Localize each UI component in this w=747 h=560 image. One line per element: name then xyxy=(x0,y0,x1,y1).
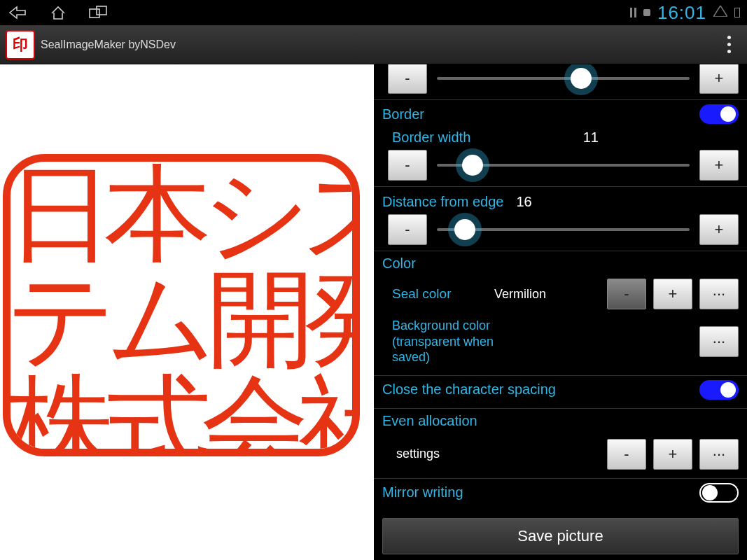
distance-minus-button[interactable]: - xyxy=(388,214,427,245)
border-width-minus-button[interactable]: - xyxy=(388,150,427,181)
border-width-label: Border width xyxy=(392,130,470,146)
even-alloc-more-button[interactable]: ··· xyxy=(699,439,739,470)
home-icon[interactable] xyxy=(48,5,69,20)
wifi-icon xyxy=(713,6,727,20)
seal-preview-pane: 日本シス テム開発 株式会社 xyxy=(0,64,374,560)
close-spacing-toggle[interactable] xyxy=(699,380,739,400)
even-alloc-plus-button[interactable]: + xyxy=(653,439,692,470)
app-title: SealImageMaker byNSDev xyxy=(41,38,176,51)
mirror-writing-label: Mirror writing xyxy=(382,484,463,500)
color-section-label: Color xyxy=(382,255,416,272)
distance-value: 16 xyxy=(516,194,531,210)
seal-color-more-button[interactable]: ··· xyxy=(699,279,739,309)
seal-color-next-button[interactable]: + xyxy=(653,279,692,309)
seal-color-prev-button[interactable]: - xyxy=(607,279,646,309)
seal-stamp: 日本シス テム開発 株式会社 xyxy=(3,154,360,456)
distance-plus-button[interactable]: + xyxy=(699,214,739,245)
score-plus-button[interactable]: + xyxy=(699,64,739,94)
pause-icon xyxy=(630,8,636,18)
recent-apps-icon[interactable] xyxy=(88,5,109,20)
seal-color-value: Vermilion xyxy=(494,287,571,302)
save-picture-button[interactable]: Save picture xyxy=(382,518,739,554)
seal-color-label: Seal color xyxy=(392,286,483,302)
seal-line-2: テム開発 xyxy=(7,267,356,372)
close-spacing-label: Close the character spacing xyxy=(382,382,556,398)
border-width-slider[interactable] xyxy=(437,154,690,176)
border-width-plus-button[interactable]: + xyxy=(699,150,739,181)
even-alloc-label: Even allocation xyxy=(382,413,477,429)
seal-line-1: 日本シス xyxy=(7,162,356,267)
even-alloc-minus-button[interactable]: - xyxy=(607,439,646,470)
distance-label: Distance from edge xyxy=(382,194,503,210)
score-minus-button[interactable]: - xyxy=(388,64,427,94)
score-slider[interactable] xyxy=(437,67,690,90)
distance-slider[interactable] xyxy=(437,218,690,241)
even-alloc-value: settings xyxy=(396,447,440,461)
android-status-bar: 16:01 xyxy=(0,0,747,25)
app-icon: 印 xyxy=(6,30,35,59)
settings-panel: - + Border Border width 11 xyxy=(374,64,747,560)
border-label: Border xyxy=(382,106,424,122)
notification-icon xyxy=(643,9,650,16)
bg-color-more-button[interactable]: ··· xyxy=(699,326,739,357)
border-toggle[interactable] xyxy=(699,104,739,124)
border-width-value: 11 xyxy=(583,130,599,146)
app-bar: 印 SealImageMaker byNSDev xyxy=(0,25,747,64)
overflow-menu-icon[interactable] xyxy=(716,36,741,53)
battery-icon xyxy=(734,8,740,18)
status-clock: 16:01 xyxy=(657,2,706,24)
mirror-writing-toggle[interactable] xyxy=(699,483,739,503)
svg-rect-0 xyxy=(90,9,99,18)
bg-color-label: Background color (transparent when saved… xyxy=(392,318,518,365)
seal-line-3: 株式会社 xyxy=(7,372,356,456)
back-icon[interactable] xyxy=(7,5,28,20)
svg-rect-1 xyxy=(97,6,106,15)
